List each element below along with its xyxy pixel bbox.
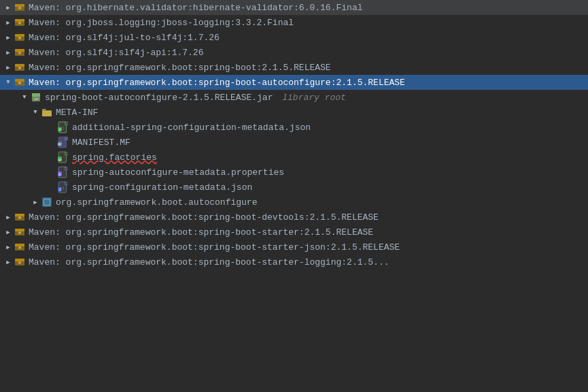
item-label: META-INF — [56, 108, 98, 118]
svg-text:J: J — [58, 188, 60, 192]
item-label: org.springframework.boot.autoconfigure — [56, 197, 257, 208]
tree-item-item-6[interactable]: M Maven: org.springframework.boot:spring… — [0, 75, 588, 90]
tree-item-item-9[interactable]: {} J additional-spring-configuration-met… — [0, 120, 588, 135]
maven-icon: M — [14, 16, 26, 29]
tree-item-item-10[interactable]: MF MANIFEST.MF — [0, 135, 588, 150]
json-blue-icon: {} J — [57, 181, 69, 193]
collapsed-arrow[interactable] — [30, 197, 41, 208]
factories-icon: SP — [57, 151, 69, 163]
tree-item-item-17[interactable]: M Maven: org.springframework.boot:spring… — [0, 240, 588, 255]
collapsed-arrow[interactable] — [3, 212, 14, 223]
item-label: Maven: org.slf4j:slf4j-api:1.7.26 — [29, 48, 203, 58]
item-label: Maven: org.springframework.boot:spring-b… — [29, 212, 379, 223]
maven-icon: M — [14, 211, 26, 223]
jar-icon: jar — [30, 91, 42, 103]
maven-icon: M — [14, 61, 26, 74]
svg-text:M: M — [18, 66, 20, 70]
svg-rect-27 — [65, 137, 68, 140]
item-label: spring-autoconfigure-metadata.properties — [72, 167, 284, 178]
collapsed-arrow[interactable] — [3, 227, 14, 238]
tree-item-item-3[interactable]: M Maven: org.slf4j:jul-to-slf4j:1.7.26 — [0, 30, 588, 45]
item-label: Maven: org.springframework.boot:spring-b… — [29, 78, 405, 88]
item-label: spring-configuration-metadata.json — [72, 182, 252, 193]
tree-item-item-13[interactable]: {} J spring-configuration-metadata.json — [0, 180, 588, 195]
folder-icon — [41, 106, 53, 118]
tree-item-item-7[interactable]: jar spring-boot-autoconfigure-2.1.5.RELE… — [0, 90, 588, 105]
tree-item-item-8[interactable]: META-INF — [0, 105, 588, 120]
maven-icon: M — [14, 1, 26, 14]
tree-item-item-4[interactable]: M Maven: org.slf4j:slf4j-api:1.7.26 — [0, 45, 588, 60]
item-label: spring.factories — [72, 152, 157, 163]
svg-text:J: J — [58, 128, 60, 132]
svg-text:M: M — [18, 246, 20, 250]
item-label: Maven: org.springframework.boot:spring-b… — [29, 257, 390, 267]
collapsed-arrow[interactable] — [3, 62, 14, 73]
item-label: Maven: org.springframework.boot:spring-b… — [29, 227, 373, 238]
json-green-icon: {} J — [57, 121, 69, 133]
svg-text:M: M — [18, 81, 20, 85]
svg-rect-19 — [32, 93, 40, 97]
item-label: Maven: org.jboss.logging:jboss-logging:3… — [29, 18, 294, 28]
tree-item-item-16[interactable]: M Maven: org.springframework.boot:spring… — [0, 225, 588, 240]
maven-icon: M — [14, 256, 26, 268]
collapsed-arrow[interactable] — [3, 17, 14, 28]
tree-item-item-5[interactable]: M Maven: org.springframework.boot:spring… — [0, 60, 588, 75]
collapsed-arrow[interactable] — [3, 257, 14, 267]
properties-icon: P — [57, 166, 69, 178]
collapsed-arrow[interactable] — [3, 2, 14, 13]
maven-icon: M — [14, 46, 26, 59]
maven-icon: M — [14, 76, 26, 88]
svg-text:M: M — [18, 261, 20, 265]
manifest-icon: MF — [57, 136, 69, 148]
item-label: MANIFEST.MF — [72, 137, 131, 148]
tree-item-item-11[interactable]: SP spring.factories — [0, 150, 588, 165]
tree-item-item-15[interactable]: M Maven: org.springframework.boot:spring… — [0, 210, 588, 225]
svg-text:M: M — [18, 36, 20, 40]
tree-item-item-2[interactable]: M Maven: org.jboss.logging:jboss-logging… — [0, 15, 588, 30]
collapsed-arrow[interactable] — [3, 32, 14, 43]
file-tree: M Maven: org.hibernate.validator:hiberna… — [0, 0, 588, 392]
svg-text:M: M — [18, 216, 20, 220]
tree-item-item-12[interactable]: P spring-autoconfigure-metadata.properti… — [0, 165, 588, 180]
svg-text:jar: jar — [33, 97, 39, 101]
svg-text:M: M — [18, 51, 20, 55]
svg-text:M: M — [18, 231, 20, 235]
collapsed-arrow[interactable] — [3, 242, 14, 252]
expanded-arrow[interactable] — [30, 107, 41, 118]
expanded-arrow[interactable] — [19, 92, 30, 103]
svg-text:M: M — [18, 6, 20, 10]
watermark — [580, 387, 585, 389]
item-label: Maven: org.springframework.boot:spring-b… — [29, 63, 331, 73]
svg-text:P: P — [58, 173, 61, 177]
item-label: additional-spring-configuration-metadata… — [72, 122, 311, 133]
tree-item-item-1[interactable]: M Maven: org.hibernate.validator:hiberna… — [0, 0, 588, 15]
maven-icon: M — [14, 31, 26, 44]
item-label: Maven: org.springframework.boot:spring-b… — [29, 242, 400, 252]
svg-text:M: M — [18, 21, 20, 25]
collapsed-arrow[interactable] — [3, 47, 14, 58]
tree-item-item-14[interactable]: org.springframework.boot.autoconfigure — [0, 195, 588, 210]
tree-item-item-18[interactable]: M Maven: org.springframework.boot:spring… — [0, 255, 588, 270]
item-label: spring-boot-autoconfigure-2.1.5.RELEASE.… — [45, 93, 346, 103]
item-label: Maven: org.hibernate.validator:hibernate… — [29, 3, 362, 13]
expanded-arrow[interactable] — [3, 77, 14, 88]
maven-icon: M — [14, 241, 26, 253]
library-root-label: library root — [277, 93, 345, 103]
svg-text:SP: SP — [58, 159, 62, 162]
package-icon — [41, 196, 53, 208]
svg-text:MF: MF — [58, 142, 62, 146]
item-label: Maven: org.slf4j:jul-to-slf4j:1.7.26 — [29, 33, 220, 43]
maven-icon: M — [14, 226, 26, 238]
